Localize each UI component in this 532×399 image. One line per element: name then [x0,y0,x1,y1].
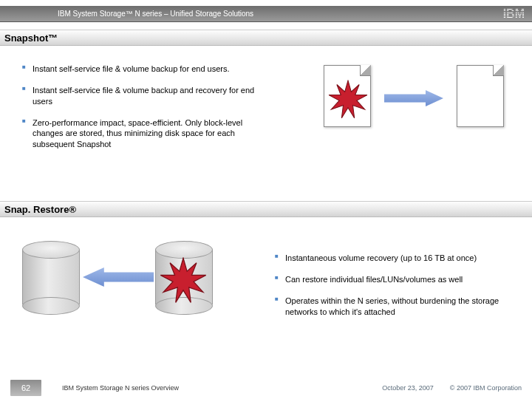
cylinder-icon [22,241,80,313]
snapshot-bullets: Instant self-service file & volume backu… [22,64,273,160]
section-heading-snapshot: Snapshot™ [0,30,532,46]
section-heading-snaprestore: Snap. Restore® [0,201,532,217]
ibm-logo: IBM [503,7,525,21]
snapshot-graphic [319,59,511,148]
header-title: IBM System Storage™ N series – Unified S… [58,10,253,18]
list-item: Can restore individual files/LUNs/volume… [275,274,519,285]
list-item: Instant self-service file & volume backu… [22,64,273,75]
list-item: Instantaneous volume recovery (up to 16 … [275,253,519,264]
starburst-icon [328,80,368,120]
arrow-left-icon [83,267,154,287]
svg-marker-1 [160,258,205,302]
document-icon [457,65,504,127]
footer-copyright: © 2007 IBM Corporation [450,384,522,392]
list-item: Operates within the N series, without bu… [275,296,519,318]
footer-date: October 23, 2007 [382,384,434,392]
starburst-icon [160,257,207,304]
footer-title: IBM System Storage N series Overview [62,384,179,392]
list-item: Zero-performance impact, space-efficient… [22,117,273,151]
snaprestore-heading-text: Snap. Restore® [4,204,76,215]
page-number: 62 [10,380,41,396]
snaprestore-graphic [15,228,244,338]
svg-marker-0 [329,81,367,118]
list-item: Instant self-service file & volume backu… [22,85,273,107]
footer: 62 IBM System Storage N series Overview … [0,377,532,399]
slide: IBM System Storage™ N series – Unified S… [0,0,532,399]
arrow-right-icon [384,90,443,106]
top-header-bar: IBM System Storage™ N series – Unified S… [0,6,532,22]
snaprestore-bullets: Instantaneous volume recovery (up to 16 … [275,253,519,327]
snapshot-heading-text: Snapshot™ [4,33,58,44]
